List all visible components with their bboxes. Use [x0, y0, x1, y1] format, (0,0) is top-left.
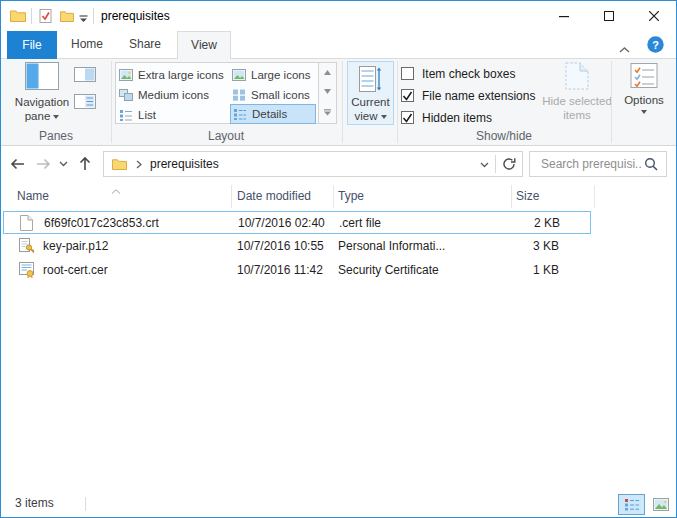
column-separator[interactable]: [231, 185, 232, 208]
ribbon-tabs: File Home Share View ?: [1, 31, 676, 59]
check-icon: [402, 113, 413, 123]
recent-locations-button[interactable]: [59, 161, 68, 167]
navigation-pane-button[interactable]: Navigation pane: [11, 62, 73, 123]
file-row[interactable]: key-pair.p12 10/7/2016 10:55 Personal In…: [3, 235, 591, 258]
address-dropdown-button[interactable]: [473, 157, 495, 171]
tab-share[interactable]: Share: [117, 31, 173, 58]
up-button[interactable]: [77, 155, 93, 172]
layout-extra-large-icons[interactable]: Extra large icons: [119, 65, 224, 85]
back-arrow-icon: [9, 156, 26, 172]
chevron-down-icon: [480, 162, 489, 168]
tab-file[interactable]: File: [7, 31, 57, 59]
gallery-more-icon: [323, 109, 332, 116]
current-view-label-1: Current: [351, 95, 389, 109]
current-view-button[interactable]: Current view: [347, 61, 394, 125]
search-button[interactable]: [644, 157, 658, 171]
hide-selected-label-1: Hide selected: [542, 94, 612, 108]
new-folder-icon: [60, 10, 74, 22]
preview-pane-icon: [74, 67, 96, 82]
breadcrumb-folder[interactable]: prerequisites: [150, 157, 219, 171]
close-icon: [649, 11, 659, 21]
qat-new-folder-button[interactable]: [60, 10, 74, 25]
customize-caret-icon: [79, 15, 88, 23]
thumbnails-view-toggle[interactable]: [648, 494, 673, 515]
file-name: root-cert.cer: [43, 259, 108, 282]
forward-button[interactable]: [35, 156, 52, 172]
file-size: 3 KB: [473, 235, 559, 258]
column-header-date-modified[interactable]: Date modified: [237, 185, 311, 208]
qat-properties-button[interactable]: [39, 9, 52, 26]
panes-group-label: Panes: [1, 129, 111, 143]
status-bar: 3 items: [1, 491, 676, 517]
layout-group-label: Layout: [115, 129, 337, 143]
tab-view[interactable]: View: [177, 31, 231, 59]
titlebar[interactable]: prerequisites: [1, 1, 676, 31]
file-name: 6f69fc017c23c853.crt: [44, 212, 159, 235]
group-separator: [111, 61, 112, 143]
layout-medium-icons[interactable]: Medium icons: [119, 85, 209, 105]
file-size: 1 KB: [473, 259, 559, 282]
navigation-pane-icon: [25, 62, 59, 90]
details-view-icon: [624, 498, 640, 511]
thumbnails-view-icon: [653, 498, 669, 511]
file-date-modified: 10/7/2016 11:42: [237, 259, 323, 282]
search-box: [529, 151, 667, 177]
column-separator[interactable]: [511, 185, 512, 208]
qat-customize-button[interactable]: [79, 12, 88, 26]
window-title: prerequisites: [101, 1, 170, 31]
layout-large-icons[interactable]: Large icons: [232, 65, 310, 85]
column-header-size[interactable]: Size: [516, 185, 539, 208]
details-view-toggle[interactable]: [618, 494, 645, 515]
checkbox-hidden-items[interactable]: Hidden items: [401, 110, 492, 125]
options-label: Options: [624, 93, 664, 107]
blank-file-icon: [20, 215, 33, 232]
column-header-name[interactable]: Name: [17, 185, 49, 208]
collapse-ribbon-button[interactable]: [619, 42, 630, 56]
navigation-pane-label-2: pane: [25, 109, 60, 123]
search-icon: [644, 157, 658, 171]
layout-small-icons[interactable]: Small icons: [232, 85, 310, 105]
help-button[interactable]: ?: [647, 36, 664, 56]
file-date-modified: 10/7/2016 02:40: [238, 212, 325, 235]
maximize-button[interactable]: [586, 1, 631, 31]
up-arrow-icon: [77, 155, 93, 172]
window-folder-icon: [10, 9, 26, 25]
details-pane-icon: [74, 94, 96, 109]
file-row[interactable]: 6f69fc017c23c853.crt 10/7/2016 02:40 .ce…: [3, 211, 591, 234]
back-button[interactable]: [9, 156, 26, 172]
close-button[interactable]: [631, 1, 676, 31]
checkbox-file-name-extensions[interactable]: File name extensions: [401, 88, 535, 103]
tab-home[interactable]: Home: [61, 31, 113, 58]
file-list: Name Date modified Type Size 6f69fc017c2…: [1, 182, 676, 491]
current-view-icon: [359, 66, 382, 92]
group-separator: [611, 61, 612, 143]
layout-list[interactable]: List: [119, 105, 156, 125]
navigation-pane-label-1: Navigation: [15, 95, 69, 109]
dropdown-caret-icon: [641, 110, 647, 114]
gallery-scroll-down-icon: [324, 89, 331, 94]
properties-check-icon: [39, 9, 52, 23]
file-type: Personal Informati...: [338, 235, 445, 258]
file-row[interactable]: root-cert.cer 10/7/2016 11:42 Security C…: [3, 259, 591, 282]
minimize-button[interactable]: [541, 1, 586, 31]
search-input[interactable]: [539, 156, 644, 172]
address-bar[interactable]: prerequisites: [103, 151, 523, 177]
refresh-button[interactable]: [496, 157, 522, 171]
details-pane-button[interactable]: [69, 90, 101, 113]
column-separator[interactable]: [333, 185, 334, 208]
checkbox-box: [401, 67, 414, 80]
forward-arrow-icon: [35, 156, 52, 172]
refresh-icon: [502, 157, 516, 171]
checkbox-item-check-boxes[interactable]: Item check boxes: [401, 66, 515, 81]
preview-pane-button[interactable]: [69, 63, 101, 86]
security-certificate-icon: [19, 262, 35, 279]
column-header-type[interactable]: Type: [338, 185, 364, 208]
hide-selected-items-button[interactable]: Hide selected items: [539, 62, 615, 122]
help-icon: ?: [647, 36, 664, 53]
titlebar-separator: [93, 8, 94, 24]
column-separator[interactable]: [594, 185, 595, 208]
layout-gallery-scrollbar[interactable]: [318, 62, 337, 124]
options-button[interactable]: Options: [615, 62, 673, 114]
layout-details[interactable]: Details: [230, 104, 316, 124]
status-separator: [85, 497, 86, 511]
